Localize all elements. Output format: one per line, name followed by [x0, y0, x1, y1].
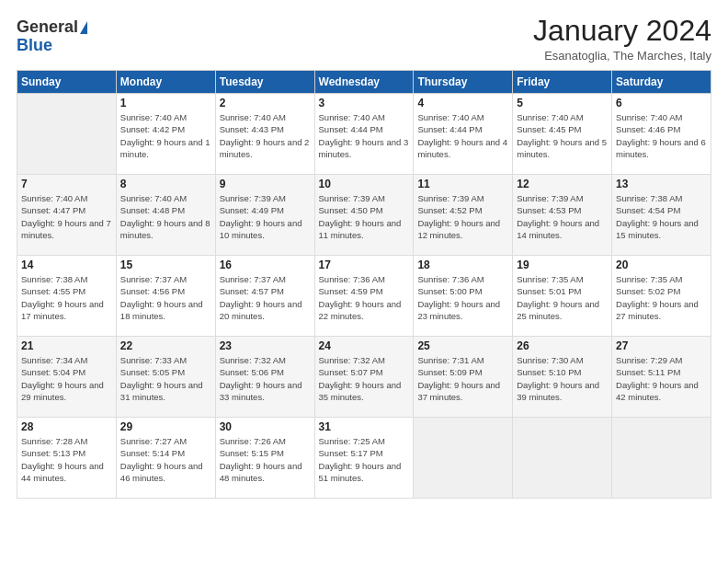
day-number: 26 — [517, 339, 608, 352]
day-info: Sunrise: 7:40 AMSunset: 4:42 PMDaylight:… — [120, 111, 211, 160]
calendar-day-header: Friday — [513, 71, 612, 94]
day-number: 12 — [517, 178, 608, 190]
title-section: January 2024 Esanatoglia, The Marches, I… — [533, 15, 711, 63]
calendar-day-cell: 31Sunrise: 7:25 AMSunset: 5:17 PMDayligh… — [314, 418, 414, 499]
day-number: 22 — [120, 339, 211, 352]
day-number: 11 — [417, 178, 508, 190]
day-info: Sunrise: 7:40 AMSunset: 4:46 PMDaylight:… — [616, 111, 707, 160]
day-info: Sunrise: 7:40 AMSunset: 4:45 PMDaylight:… — [517, 111, 608, 160]
day-info: Sunrise: 7:38 AMSunset: 4:55 PMDaylight:… — [21, 273, 112, 322]
day-info: Sunrise: 7:39 AMSunset: 4:52 PMDaylight:… — [417, 192, 508, 241]
calendar-day-cell: 15Sunrise: 7:37 AMSunset: 4:56 PMDayligh… — [116, 256, 215, 337]
day-number: 20 — [616, 259, 707, 271]
day-info: Sunrise: 7:26 AMSunset: 5:15 PMDaylight:… — [220, 435, 311, 484]
day-number: 16 — [220, 259, 311, 271]
calendar-day-cell — [414, 418, 513, 499]
calendar-day-cell: 30Sunrise: 7:26 AMSunset: 5:15 PMDayligh… — [215, 418, 314, 499]
calendar-day-cell: 14Sunrise: 7:38 AMSunset: 4:55 PMDayligh… — [17, 256, 117, 337]
calendar-page: General Blue January 2024 Esanatoglia, T… — [0, 0, 728, 563]
calendar-day-cell: 9Sunrise: 7:39 AMSunset: 4:49 PMDaylight… — [215, 175, 314, 256]
calendar-day-cell: 6Sunrise: 7:40 AMSunset: 4:46 PMDaylight… — [612, 94, 711, 175]
calendar-day-cell: 29Sunrise: 7:27 AMSunset: 5:14 PMDayligh… — [116, 418, 215, 499]
calendar-day-cell: 22Sunrise: 7:33 AMSunset: 5:05 PMDayligh… — [116, 337, 215, 418]
day-info: Sunrise: 7:37 AMSunset: 4:56 PMDaylight:… — [120, 273, 211, 322]
day-number: 3 — [319, 97, 410, 109]
calendar-week-row: 28Sunrise: 7:28 AMSunset: 5:13 PMDayligh… — [17, 418, 711, 499]
day-info: Sunrise: 7:25 AMSunset: 5:17 PMDaylight:… — [319, 435, 410, 484]
calendar-day-cell: 11Sunrise: 7:39 AMSunset: 4:52 PMDayligh… — [414, 175, 513, 256]
day-number: 8 — [120, 178, 211, 190]
header: General Blue January 2024 Esanatoglia, T… — [17, 15, 711, 63]
day-info: Sunrise: 7:37 AMSunset: 4:57 PMDaylight:… — [220, 273, 311, 322]
calendar-day-cell — [612, 418, 711, 499]
calendar-day-cell: 21Sunrise: 7:34 AMSunset: 5:04 PMDayligh… — [17, 337, 117, 418]
day-info: Sunrise: 7:36 AMSunset: 4:59 PMDaylight:… — [319, 273, 410, 322]
logo: General Blue — [17, 15, 87, 55]
day-number: 13 — [616, 178, 707, 190]
day-info: Sunrise: 7:39 AMSunset: 4:50 PMDaylight:… — [319, 192, 410, 241]
day-number: 21 — [21, 339, 112, 352]
calendar-day-header: Monday — [116, 71, 215, 94]
day-info: Sunrise: 7:40 AMSunset: 4:47 PMDaylight:… — [21, 192, 112, 241]
calendar-header-row: SundayMondayTuesdayWednesdayThursdayFrid… — [17, 71, 711, 94]
calendar-day-header: Wednesday — [314, 71, 414, 94]
calendar-day-header: Tuesday — [215, 71, 314, 94]
day-info: Sunrise: 7:40 AMSunset: 4:48 PMDaylight:… — [120, 192, 211, 241]
calendar-week-row: 14Sunrise: 7:38 AMSunset: 4:55 PMDayligh… — [17, 256, 711, 337]
logo-general-text: General — [17, 18, 78, 37]
day-number: 9 — [220, 178, 311, 190]
calendar-day-cell: 24Sunrise: 7:32 AMSunset: 5:07 PMDayligh… — [314, 337, 414, 418]
calendar-day-cell: 16Sunrise: 7:37 AMSunset: 4:57 PMDayligh… — [215, 256, 314, 337]
calendar-day-cell: 25Sunrise: 7:31 AMSunset: 5:09 PMDayligh… — [414, 337, 513, 418]
day-info: Sunrise: 7:32 AMSunset: 5:06 PMDaylight:… — [220, 354, 311, 403]
calendar-day-cell: 19Sunrise: 7:35 AMSunset: 5:01 PMDayligh… — [513, 256, 612, 337]
day-number: 17 — [319, 259, 410, 271]
day-number: 19 — [517, 259, 608, 271]
day-number: 7 — [21, 178, 112, 190]
day-info: Sunrise: 7:38 AMSunset: 4:54 PMDaylight:… — [616, 192, 707, 241]
day-info: Sunrise: 7:40 AMSunset: 4:44 PMDaylight:… — [417, 111, 508, 160]
calendar-week-row: 7Sunrise: 7:40 AMSunset: 4:47 PMDaylight… — [17, 175, 711, 256]
calendar-day-cell — [513, 418, 612, 499]
day-number: 14 — [21, 259, 112, 271]
calendar-day-cell: 8Sunrise: 7:40 AMSunset: 4:48 PMDaylight… — [116, 175, 215, 256]
calendar-table: SundayMondayTuesdayWednesdayThursdayFrid… — [17, 70, 711, 499]
day-number: 15 — [120, 259, 211, 271]
calendar-day-cell: 18Sunrise: 7:36 AMSunset: 5:00 PMDayligh… — [414, 256, 513, 337]
calendar-week-row: 21Sunrise: 7:34 AMSunset: 5:04 PMDayligh… — [17, 337, 711, 418]
day-info: Sunrise: 7:35 AMSunset: 5:02 PMDaylight:… — [616, 273, 707, 322]
month-title: January 2024 — [533, 15, 711, 47]
calendar-day-cell: 1Sunrise: 7:40 AMSunset: 4:42 PMDaylight… — [116, 94, 215, 175]
day-number: 2 — [220, 97, 311, 109]
calendar-day-cell: 4Sunrise: 7:40 AMSunset: 4:44 PMDaylight… — [414, 94, 513, 175]
day-info: Sunrise: 7:34 AMSunset: 5:04 PMDaylight:… — [21, 354, 112, 403]
day-info: Sunrise: 7:35 AMSunset: 5:01 PMDaylight:… — [517, 273, 608, 322]
logo-blue-text: Blue — [17, 37, 52, 55]
day-number: 23 — [220, 339, 311, 352]
day-info: Sunrise: 7:29 AMSunset: 5:11 PMDaylight:… — [616, 354, 707, 403]
day-number: 28 — [21, 420, 112, 433]
day-info: Sunrise: 7:39 AMSunset: 4:49 PMDaylight:… — [220, 192, 311, 241]
calendar-day-cell: 20Sunrise: 7:35 AMSunset: 5:02 PMDayligh… — [612, 256, 711, 337]
logo-icon — [80, 21, 87, 34]
day-number: 18 — [417, 259, 508, 271]
day-info: Sunrise: 7:28 AMSunset: 5:13 PMDaylight:… — [21, 435, 112, 484]
day-info: Sunrise: 7:32 AMSunset: 5:07 PMDaylight:… — [319, 354, 410, 403]
calendar-day-cell: 28Sunrise: 7:28 AMSunset: 5:13 PMDayligh… — [17, 418, 117, 499]
calendar-day-cell: 23Sunrise: 7:32 AMSunset: 5:06 PMDayligh… — [215, 337, 314, 418]
day-number: 5 — [517, 97, 608, 109]
calendar-day-cell: 17Sunrise: 7:36 AMSunset: 4:59 PMDayligh… — [314, 256, 414, 337]
day-number: 1 — [120, 97, 211, 109]
calendar-body: 1Sunrise: 7:40 AMSunset: 4:42 PMDaylight… — [17, 94, 711, 499]
day-number: 25 — [417, 339, 508, 352]
calendar-day-cell — [17, 94, 117, 175]
day-number: 27 — [616, 339, 707, 352]
calendar-day-cell: 7Sunrise: 7:40 AMSunset: 4:47 PMDaylight… — [17, 175, 117, 256]
day-number: 29 — [120, 420, 211, 433]
day-info: Sunrise: 7:39 AMSunset: 4:53 PMDaylight:… — [517, 192, 608, 241]
calendar-day-cell: 5Sunrise: 7:40 AMSunset: 4:45 PMDaylight… — [513, 94, 612, 175]
calendar-day-cell: 27Sunrise: 7:29 AMSunset: 5:11 PMDayligh… — [612, 337, 711, 418]
day-number: 30 — [220, 420, 311, 433]
day-number: 6 — [616, 97, 707, 109]
day-number: 10 — [319, 178, 410, 190]
